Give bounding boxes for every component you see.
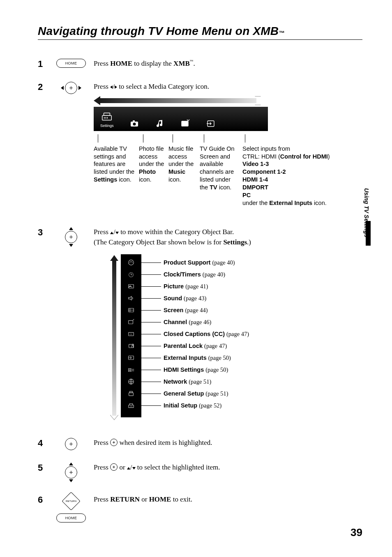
svg-rect-8 — [182, 121, 188, 126]
dpad-up-down-icon — [65, 463, 77, 482]
list-item: Channel(page 46) — [141, 318, 249, 327]
list-item: Screen(page 44) — [141, 306, 249, 315]
step-text: Press HOME to display the XMB™. — [94, 59, 362, 69]
step-number: 2 — [38, 82, 48, 207]
svg-line-20 — [133, 319, 134, 320]
section-tab: Using TV Settings — [360, 221, 366, 294]
settings-desc: Available TV settings and features are l… — [94, 134, 136, 207]
page-title: Navigating through TV Home Menu on XMB™ — [38, 25, 362, 38]
step-number: 4 — [38, 438, 48, 450]
svg-line-10 — [187, 120, 188, 121]
dpad-up-down-icon — [65, 227, 77, 247]
svg-point-12 — [129, 260, 134, 265]
media-category-figure: Settings — [94, 96, 362, 207]
arrow-up-icon — [110, 232, 113, 234]
svg-point-6 — [133, 122, 136, 125]
horizontal-arrow-icon — [94, 96, 268, 105]
step-6: 6 RETURN HOME Press RETURN or HOME to ex… — [38, 495, 362, 522]
settings-legend: Product Support(page 40) Clock/Timers(pa… — [141, 254, 249, 417]
music-desc: Music file access under the Music icon. — [168, 134, 197, 207]
list-item: Sound(page 43) — [141, 294, 249, 303]
home-button-icon: HOME — [56, 513, 86, 522]
external-inputs-desc: Select inputs from CTRL: HDMI (Control f… — [242, 134, 337, 207]
step-number: 6 — [38, 495, 48, 522]
step-4: 4 Press when desired item is highlighted… — [38, 438, 362, 450]
step-text: Press RETURN or HOME to exit. — [94, 495, 362, 522]
list-item: Clock/Timers(page 40) — [141, 270, 249, 279]
svg-rect-27 — [129, 393, 134, 396]
step-text: Press when desired item is highlighted. — [94, 438, 362, 450]
settings-category-icon: Settings — [100, 111, 114, 129]
list-item: Product Support(page 40) — [141, 258, 249, 267]
svg-rect-23 — [129, 345, 134, 348]
home-button-icon: HOME — [56, 59, 86, 68]
tv-desc: TV Guide On Screen and available channel… — [200, 134, 240, 207]
svg-rect-0 — [102, 115, 112, 120]
svg-rect-7 — [133, 120, 135, 122]
category-object-bar-figure: CC 123 Product Support(page 40) Clock/Ti… — [110, 254, 362, 417]
step-3: 3 Press / to move within the Category Ob… — [38, 227, 362, 417]
svg-rect-19 — [129, 321, 133, 324]
list-item: Parental Lock(page 47) — [141, 342, 249, 350]
arrow-down-icon — [132, 467, 136, 470]
svg-text:CC: CC — [129, 333, 133, 336]
step-text: Press or / to select the highlighted ite… — [94, 463, 362, 482]
arrow-down-icon — [115, 232, 119, 234]
category-object-bar: CC 123 — [121, 254, 141, 417]
xmb-category-bar: Settings — [94, 107, 268, 131]
list-item: Initial Setup(page 52) — [141, 401, 249, 410]
list-item: General Setup(page 51) — [141, 389, 249, 398]
svg-text:123: 123 — [130, 405, 133, 407]
svg-rect-1 — [104, 113, 110, 115]
arrow-left-icon — [110, 85, 113, 89]
vertical-arrow-icon — [110, 254, 121, 417]
music-category-icon — [155, 119, 165, 129]
svg-rect-28 — [129, 391, 132, 393]
photo-desc: Photo file access under the Photo icon. — [139, 134, 166, 207]
tv-category-icon — [180, 119, 190, 129]
dpad-center-inline-icon — [110, 463, 118, 471]
svg-line-9 — [188, 120, 189, 121]
dpad-left-right-icon — [61, 82, 81, 94]
dpad-center-icon — [65, 438, 77, 450]
external-inputs-category-icon — [206, 119, 216, 129]
title-rule — [38, 39, 362, 40]
list-item: External Inputs(page 50) — [141, 354, 249, 362]
step-number: 3 — [38, 227, 48, 417]
step-number: 1 — [38, 59, 48, 69]
list-item: HDMI Settings(page 50) — [141, 366, 249, 374]
dpad-center-inline-icon — [110, 439, 118, 446]
return-button-icon: RETURN — [62, 492, 80, 510]
category-descriptions: Available TV settings and features are l… — [94, 134, 362, 207]
step-2: 2 Press / to select a Media Category ico… — [38, 82, 362, 207]
step-number: 5 — [38, 463, 48, 482]
list-item: Closed Captions (CC)(page 47) — [141, 330, 249, 338]
step-5: 5 Press or / to select the highlighted i… — [38, 463, 362, 482]
list-item: Network(page 51) — [141, 377, 249, 386]
page-number: 39 — [350, 526, 362, 539]
step-1: 1 HOME Press HOME to display the XMB™. — [38, 59, 362, 69]
arrow-up-icon — [127, 467, 130, 470]
step-text: Press / to move within the Category Obje… — [94, 227, 362, 417]
step-text: Press / to select a Media Category icon.… — [94, 82, 362, 207]
list-item: Picture(page 41) — [141, 282, 249, 291]
photo-category-icon — [129, 119, 139, 129]
